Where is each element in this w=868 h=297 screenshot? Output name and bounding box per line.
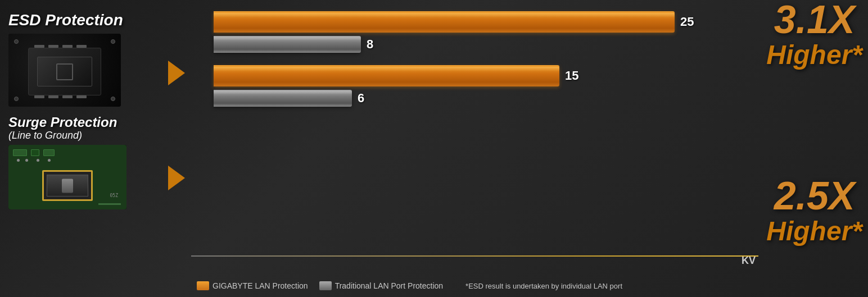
main-container: ESD Protection [0, 0, 868, 297]
lan-port-inner [47, 175, 88, 197]
lan-port-image: 05Z [8, 145, 126, 209]
chip-pin [34, 45, 44, 48]
pcb-dot [14, 39, 19, 44]
esd-arrow-container [168, 61, 185, 85]
esd-multiplier-sub: Higher* [766, 39, 862, 70]
esd-arrow [168, 61, 185, 85]
esd-multiplier-box: 3.1X Higher* [766, 0, 862, 70]
surge-section: Surge Protection (Line to Ground) [8, 115, 183, 209]
surge-orange-value: 15 [565, 68, 578, 83]
chip-pin [62, 95, 73, 98]
legend-grey-swatch [319, 281, 332, 290]
chip-pin [48, 45, 58, 48]
pcb-dot [14, 97, 19, 101]
surge-multiplier-value: 2.5X [766, 176, 862, 216]
chip-image [8, 34, 121, 107]
legend-traditional-item: Traditional LAN Port Protection [319, 281, 443, 290]
chip-pin [34, 95, 44, 98]
esd-title: ESD Protection [8, 11, 183, 29]
legend-note: *ESD result is undertaken by individual … [465, 282, 622, 290]
surge-multiplier-box: 2.5X Higher* [766, 176, 862, 246]
chip-inner [37, 57, 92, 86]
pcb-component [13, 149, 27, 156]
esd-orange-bar [214, 11, 675, 33]
chip-pin [62, 45, 73, 48]
esd-grey-bar [214, 36, 361, 53]
surge-arrow-container [168, 166, 185, 190]
esd-section: ESD Protection [8, 11, 183, 107]
pcb-dot [111, 39, 115, 44]
pcb-component [31, 149, 39, 156]
chip-pin [48, 95, 58, 98]
pcb-trace [98, 203, 121, 205]
axis-line [191, 255, 758, 257]
chip-body [28, 48, 101, 95]
legend: GIGABYTE LAN Protection Traditional LAN … [197, 281, 622, 290]
surge-title: Surge Protection [8, 115, 183, 130]
surge-subtitle: (Line to Ground) [8, 130, 183, 141]
surge-grey-bar-row: 6 [214, 90, 868, 107]
legend-orange-swatch [197, 281, 209, 290]
chip-core [56, 63, 73, 80]
surge-arrow [168, 166, 185, 190]
surge-orange-bar [214, 65, 559, 86]
legend-traditional-label: Traditional LAN Port Protection [335, 281, 443, 290]
legend-gigabyte-label: GIGABYTE LAN Protection [213, 281, 308, 290]
left-panel: ESD Protection [0, 0, 191, 297]
surge-grey-bar [214, 90, 352, 107]
esd-orange-value: 25 [680, 15, 694, 29]
legend-gigabyte-item: GIGABYTE LAN Protection [197, 281, 308, 290]
chip-pin [76, 95, 87, 98]
pcb-label: 05Z [110, 193, 118, 198]
pcb-dot [111, 97, 115, 101]
pcb-component [43, 149, 55, 156]
capacitor [62, 179, 73, 193]
surge-bars-group: 15 6 [214, 65, 868, 107]
chart-wrapper: 25 8 15 6 KV 3.1X [191, 0, 868, 297]
surge-multiplier-sub: Higher* [766, 216, 862, 246]
chip-pin [76, 45, 87, 48]
lan-component-highlight [42, 170, 93, 201]
surge-grey-value: 6 [358, 91, 364, 106]
esd-multiplier-value: 3.1X [766, 0, 862, 39]
axis-kv-label: KV [742, 255, 756, 267]
esd-grey-value: 8 [367, 37, 373, 52]
